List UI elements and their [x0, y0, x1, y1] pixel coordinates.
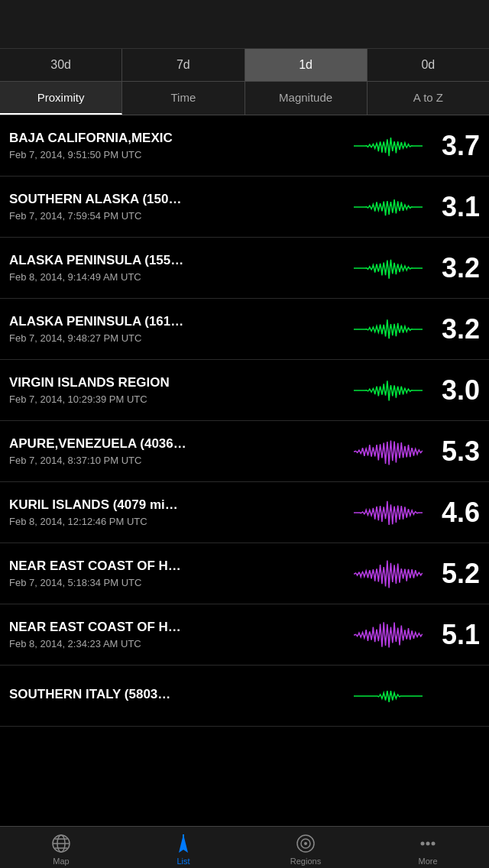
eq-waveform	[350, 555, 426, 593]
earthquake-list: BAJA CALIFORNIA,MEXICFeb 7, 2014, 9:51:5…	[0, 115, 489, 816]
table-row[interactable]: SOUTHERN ALASKA (150…Feb 7, 2014, 7:59:5…	[0, 177, 489, 238]
eq-time: Feb 7, 2014, 5:18:34 PM UTC	[9, 577, 350, 588]
eq-magnitude: 3.2	[426, 313, 480, 345]
eq-info: ALASKA PENINSULA (161…Feb 7, 2014, 9:48:…	[9, 314, 350, 344]
eq-location: ALASKA PENINSULA (155…	[9, 253, 246, 268]
eq-time: Feb 7, 2014, 10:29:39 PM UTC	[9, 394, 350, 405]
table-row[interactable]: VIRGIN ISLANDS REGIONFeb 7, 2014, 10:29:…	[0, 360, 489, 421]
eq-location: ALASKA PENINSULA (161…	[9, 314, 246, 329]
eq-waveform	[350, 616, 426, 654]
map-icon	[50, 833, 72, 854]
eq-location: KURIL ISLANDS (4079 mi…	[9, 497, 246, 513]
eq-waveform	[350, 188, 426, 226]
table-row[interactable]: NEAR EAST COAST OF H…Feb 7, 2014, 5:18:3…	[0, 543, 489, 604]
sort-tab-magnitude[interactable]: Magnitude	[245, 82, 368, 115]
eq-waveform	[350, 371, 426, 410]
map-tab-label: Map	[53, 857, 69, 866]
list-tab-label: List	[176, 857, 189, 866]
tab-bar-item-map[interactable]: Map	[0, 830, 122, 866]
eq-magnitude: 3.2	[426, 252, 480, 284]
eq-magnitude: 5.1	[426, 619, 480, 651]
tab-bar: Map List Regions More	[0, 826, 489, 868]
eq-location: APURE,VENEZUELA (4036…	[9, 436, 246, 452]
eq-magnitude: 3.0	[426, 374, 480, 406]
eq-location: NEAR EAST COAST OF H…	[9, 620, 246, 635]
eq-location: BAJA CALIFORNIA,MEXIC	[9, 131, 246, 146]
eq-location: VIRGIN ISLANDS REGION	[9, 375, 246, 390]
eq-magnitude: 3.1	[426, 191, 480, 223]
eq-info: NEAR EAST COAST OF H…Feb 7, 2014, 5:18:3…	[9, 559, 350, 588]
eq-magnitude: 4.6	[426, 497, 480, 529]
svg-point-9	[304, 842, 307, 845]
eq-waveform	[350, 249, 426, 287]
eq-location: NEAR EAST COAST OF H…	[9, 559, 246, 574]
eq-info: SOUTHERN ALASKA (150…Feb 7, 2014, 7:59:5…	[9, 192, 350, 222]
table-row[interactable]: APURE,VENEZUELA (4036…Feb 7, 2014, 8:37:…	[0, 421, 489, 482]
regions-tab-label: Regions	[290, 857, 321, 866]
eq-location: SOUTHERN ALASKA (150…	[9, 192, 246, 207]
time-tab-7d[interactable]: 7d	[122, 49, 244, 81]
eq-time: Feb 8, 2014, 12:12:46 PM UTC	[9, 516, 350, 527]
eq-magnitude: 5.2	[426, 558, 480, 590]
eq-info: BAJA CALIFORNIA,MEXICFeb 7, 2014, 9:51:5…	[9, 131, 350, 160]
eq-waveform	[350, 677, 426, 715]
eq-magnitude: 5.3	[426, 436, 480, 468]
eq-info: KURIL ISLANDS (4079 mi…Feb 8, 2014, 12:1…	[9, 497, 350, 527]
eq-info: APURE,VENEZUELA (4036…Feb 7, 2014, 8:37:…	[9, 436, 350, 466]
table-row[interactable]: SOUTHERN ITALY (5803…	[0, 666, 489, 727]
sort-tab-proximity[interactable]: Proximity	[0, 82, 122, 115]
svg-point-12	[432, 841, 436, 845]
tab-bar-item-list[interactable]: List	[122, 830, 244, 866]
eq-time: Feb 7, 2014, 7:59:54 PM UTC	[9, 210, 350, 222]
eq-time: Feb 8, 2014, 9:14:49 AM UTC	[9, 271, 350, 283]
eq-time: Feb 7, 2014, 9:48:27 PM UTC	[9, 332, 350, 344]
svg-point-10	[421, 841, 425, 845]
header	[0, 0, 489, 49]
tab-bar-item-more[interactable]: More	[367, 830, 489, 866]
eq-info: VIRGIN ISLANDS REGIONFeb 7, 2014, 10:29:…	[9, 375, 350, 405]
sort-tabs: ProximityTimeMagnitudeA to Z	[0, 82, 489, 115]
table-row[interactable]: KURIL ISLANDS (4079 mi…Feb 8, 2014, 12:1…	[0, 482, 489, 543]
eq-waveform	[350, 127, 426, 165]
eq-info: NEAR EAST COAST OF H…Feb 8, 2014, 2:34:2…	[9, 620, 350, 649]
table-row[interactable]: BAJA CALIFORNIA,MEXICFeb 7, 2014, 9:51:5…	[0, 115, 489, 177]
eq-time: Feb 8, 2014, 2:34:23 AM UTC	[9, 638, 350, 649]
eq-waveform	[350, 432, 426, 471]
regions-icon	[295, 833, 316, 854]
eq-magnitude: 3.7	[426, 130, 480, 162]
table-row[interactable]: ALASKA PENINSULA (161…Feb 7, 2014, 9:48:…	[0, 299, 489, 360]
eq-waveform	[350, 310, 426, 348]
svg-point-11	[426, 841, 430, 845]
time-tab-1d[interactable]: 1d	[245, 49, 368, 81]
table-row[interactable]: ALASKA PENINSULA (155…Feb 8, 2014, 9:14:…	[0, 238, 489, 299]
list-icon	[173, 833, 194, 854]
time-tab-0d[interactable]: 0d	[368, 49, 489, 81]
eq-time: Feb 7, 2014, 8:37:10 PM UTC	[9, 455, 350, 466]
table-row[interactable]: NEAR EAST COAST OF H…Feb 8, 2014, 2:34:2…	[0, 604, 489, 666]
eq-time: Feb 7, 2014, 9:51:50 PM UTC	[9, 149, 350, 160]
time-filter-tabs: 30d7d1d0d	[0, 49, 489, 82]
sort-tab-time[interactable]: Time	[122, 82, 244, 115]
sort-tab-atoz[interactable]: A to Z	[368, 82, 489, 115]
eq-info: SOUTHERN ITALY (5803…	[9, 687, 350, 705]
tab-bar-item-regions[interactable]: Regions	[244, 830, 367, 866]
time-tab-30d[interactable]: 30d	[0, 49, 122, 81]
eq-waveform	[350, 494, 426, 532]
more-icon	[417, 833, 439, 854]
eq-location: SOUTHERN ITALY (5803…	[9, 687, 246, 702]
eq-info: ALASKA PENINSULA (155…Feb 8, 2014, 9:14:…	[9, 253, 350, 283]
more-tab-label: More	[418, 857, 437, 866]
